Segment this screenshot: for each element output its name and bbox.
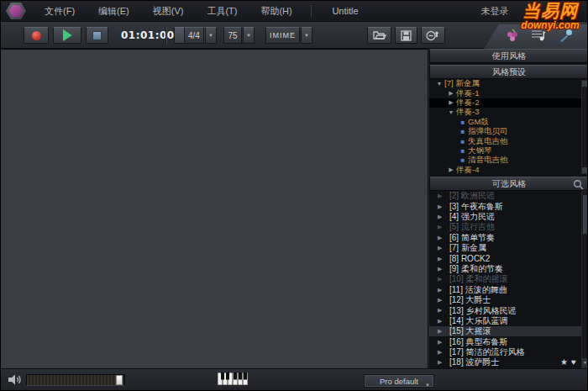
scroll-down-button[interactable] xyxy=(582,167,587,173)
open-file-button[interactable] xyxy=(367,27,391,44)
tree-item[interactable]: ■大钢琴 xyxy=(429,146,588,156)
expand-icon[interactable]: ▶ xyxy=(438,256,449,262)
chevron-down-icon[interactable]: ▼ xyxy=(205,27,217,44)
list-scrollbar[interactable]: ▼ xyxy=(581,191,588,368)
track-bullet-icon: ■ xyxy=(458,156,468,164)
save-button[interactable] xyxy=(395,27,417,44)
piano-icon[interactable] xyxy=(218,373,248,385)
key-mode-select[interactable]: IMIME ▼ xyxy=(265,27,312,44)
speaker-icon[interactable] xyxy=(8,373,24,386)
record-button[interactable] xyxy=(24,27,49,44)
use-style-button[interactable]: 使用风格 xyxy=(429,49,588,63)
expand-icon[interactable]: ▶ xyxy=(438,287,449,293)
expand-icon[interactable]: ▶ xyxy=(438,297,449,304)
style-list-item-label: [7] 新金属 xyxy=(449,242,486,254)
style-list-item[interactable]: ▶[18] 波萨爵士★♥ xyxy=(429,357,581,367)
heart-icon[interactable]: ♥ xyxy=(571,358,576,367)
collapse-icon[interactable]: ▼ xyxy=(446,109,456,115)
collapse-icon[interactable]: ▼ xyxy=(434,81,444,87)
tree-item[interactable]: ▶伴奏-1 xyxy=(429,88,588,98)
tree-item[interactable]: ▶伴奏-2 xyxy=(429,98,588,108)
login-status[interactable]: 未登录 xyxy=(470,5,520,18)
track-bullet-icon: ■ xyxy=(458,119,468,126)
chevron-down-icon[interactable]: ▼ xyxy=(301,27,312,44)
expand-icon[interactable]: ▶ xyxy=(438,328,449,335)
app-logo-icon[interactable] xyxy=(6,3,26,19)
available-styles-label: 可选风格 xyxy=(492,179,526,188)
tree-item[interactable]: ▼伴奏-3 xyxy=(429,108,588,117)
favorite-icons: ★♥ xyxy=(560,357,576,367)
tempo-select[interactable]: 75 ▼ xyxy=(223,27,255,44)
menu-file[interactable]: 文件(F) xyxy=(33,1,87,22)
tree-item[interactable]: ■指弹电贝司 xyxy=(429,127,588,136)
track-bullet-icon: ■ xyxy=(458,128,468,135)
scroll-up-button[interactable] xyxy=(582,81,587,87)
expand-icon[interactable]: ▶ xyxy=(438,203,449,210)
tempo-value: 75 xyxy=(223,27,242,44)
record-icon xyxy=(32,31,41,40)
expand-icon[interactable]: ▶ xyxy=(438,245,449,251)
style-list-item[interactable]: ▶[8] ROCK2 xyxy=(429,253,581,263)
style-list-item[interactable]: ▶[6] 简单节奏 xyxy=(429,233,581,243)
style-list-item[interactable]: ▶[13] 乡村风格民谣 xyxy=(429,305,581,315)
available-styles-header: 可选风格 xyxy=(429,177,588,191)
mic-icon[interactable] xyxy=(559,29,574,43)
style-preset-tree: ▼[7] 新金属▶伴奏-1▶伴奏-2▼伴奏-3■GM鼓■指弹电贝司■失真电吉他■… xyxy=(429,79,588,175)
export-button[interactable] xyxy=(421,27,445,44)
style-list-item[interactable]: ▶[3] 午夜布鲁斯 xyxy=(429,201,581,211)
grapes-icon[interactable] xyxy=(505,29,520,42)
style-list-item[interactable]: ▶[17] 简洁的流行风格 xyxy=(429,347,581,357)
tree-item[interactable]: ▼[7] 新金属 xyxy=(429,79,588,88)
chevron-down-icon[interactable]: ▼ xyxy=(243,27,255,44)
style-list-item[interactable]: ▶[11] 活泼的舞曲 xyxy=(429,285,581,295)
style-list-item[interactable]: ▶[9] 柔和的节奏 xyxy=(429,264,581,274)
style-list-item[interactable]: ▶[14] 大乐队蓝调 xyxy=(429,316,581,326)
stop-icon xyxy=(92,31,102,40)
style-list-item-label: [8] ROCK2 xyxy=(449,254,490,263)
main-canvas[interactable] xyxy=(1,49,428,368)
style-list-item[interactable]: ▶[5] 流行吉他 xyxy=(429,222,581,232)
stop-button[interactable] xyxy=(86,27,108,44)
style-list-item[interactable]: ▶[16] 典型布鲁斯 xyxy=(429,336,581,346)
expand-icon[interactable]: ▶ xyxy=(438,339,449,346)
expand-icon[interactable]: ▶ xyxy=(438,307,449,314)
expand-icon[interactable]: ▶ xyxy=(446,99,456,106)
meter-value: 4/4 xyxy=(184,27,204,44)
scrollbar-thumb[interactable] xyxy=(582,194,588,235)
expand-icon[interactable]: ▶ xyxy=(438,214,449,220)
expand-icon[interactable]: ▶ xyxy=(438,276,449,283)
tree-item[interactable]: ▶伴奏-4 xyxy=(429,166,588,175)
play-button[interactable] xyxy=(53,27,81,44)
style-list-item[interactable]: ▶[10] 柔和的摇滚 xyxy=(429,274,581,284)
score-icon[interactable] xyxy=(530,29,547,42)
scroll-down-button[interactable]: ▼ xyxy=(582,358,588,367)
menu-edit[interactable]: 编辑(E) xyxy=(87,1,141,22)
star-icon[interactable]: ★ xyxy=(560,358,568,367)
tree-item[interactable]: ■失真电吉他 xyxy=(429,136,588,145)
volume-slider[interactable] xyxy=(26,374,125,386)
search-icon[interactable] xyxy=(573,179,584,190)
expand-icon[interactable]: ▶ xyxy=(438,349,449,356)
window-title: Untitle xyxy=(295,6,396,16)
style-list-item[interactable]: ▶[15] 大摇滚 xyxy=(429,326,581,336)
style-list-item[interactable]: ▶[4] 强力民谣 xyxy=(429,212,581,222)
expand-icon[interactable]: ▶ xyxy=(438,193,449,199)
tree-item[interactable]: ■清音电吉他 xyxy=(429,156,588,165)
style-list-item[interactable]: ▶[12] 大爵士 xyxy=(429,295,581,305)
expand-icon[interactable]: ▶ xyxy=(438,359,449,366)
preset-selector[interactable]: Pro default ▼ xyxy=(364,374,434,388)
expand-icon[interactable]: ▶ xyxy=(438,266,449,272)
style-list-item[interactable]: ▶[7] 新金属 xyxy=(429,243,581,253)
volume-slider-handle[interactable] xyxy=(116,375,123,385)
meter-select[interactable]: 4/4 ▼ xyxy=(184,27,217,44)
tree-item[interactable]: ■GM鼓 xyxy=(429,118,588,127)
expand-icon[interactable]: ▶ xyxy=(438,235,449,241)
tree-scrollbar[interactable] xyxy=(581,80,588,174)
style-list-item[interactable]: ▶[2] 欧洲民谣 xyxy=(429,191,581,201)
expand-icon[interactable]: ▶ xyxy=(438,224,449,230)
expand-icon[interactable]: ▶ xyxy=(446,166,456,173)
menu-view[interactable]: 视图(V) xyxy=(141,1,196,22)
expand-icon[interactable]: ▶ xyxy=(438,318,449,325)
menu-tools[interactable]: 工具(T) xyxy=(195,1,249,22)
expand-icon[interactable]: ▶ xyxy=(446,90,456,97)
